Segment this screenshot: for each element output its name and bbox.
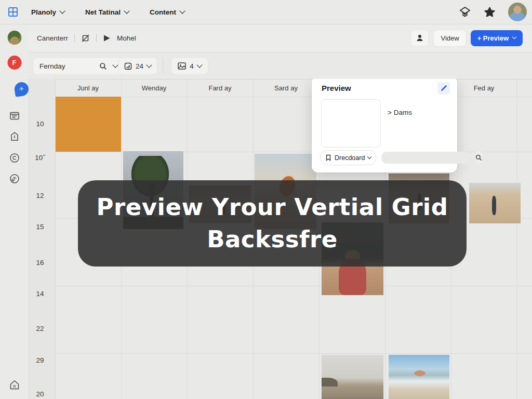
board-header-left: Canenterr Mohel <box>37 24 136 52</box>
videw-button[interactable]: Videw <box>433 30 466 47</box>
dropdown-label: Drecdoard <box>335 154 365 162</box>
gridline <box>29 353 532 354</box>
media-count-value: 4 <box>190 62 194 70</box>
svg-text:B: B <box>13 384 16 389</box>
collaborator-button[interactable] <box>410 30 429 47</box>
popup-search-button[interactable] <box>475 151 482 164</box>
left-sidebar: F ✈ B <box>0 24 29 399</box>
row-label: 15 <box>29 223 51 231</box>
chevron-down-icon <box>59 8 65 14</box>
search-icon <box>475 154 482 161</box>
menu-planoly-label: Planoly <box>31 8 56 16</box>
channel-name[interactable]: Mohel <box>117 34 136 42</box>
circle-d-icon[interactable] <box>9 174 20 184</box>
row-label: 22 <box>29 325 51 332</box>
figure <box>413 370 427 377</box>
chevron-down-icon <box>146 62 152 68</box>
preview-thumbnail-box[interactable] <box>321 99 381 148</box>
media-count-dropdown[interactable]: 4 <box>171 57 208 75</box>
menu-net-tatinal[interactable]: Net Tatinal <box>85 8 129 16</box>
preview-popup: Preview > Dams Drecdoard <box>312 76 457 172</box>
app-grid-icon[interactable] <box>8 7 18 17</box>
facebook-badge[interactable]: F <box>7 56 21 70</box>
pen-icon <box>440 85 447 92</box>
post-photo-valley[interactable] <box>322 355 383 399</box>
home-icon[interactable]: B <box>9 379 20 391</box>
figure <box>492 196 497 215</box>
menu-planoly[interactable]: Planoly <box>31 8 64 16</box>
chevron-down-icon <box>179 8 185 14</box>
preview-button-label: + Preview <box>477 34 509 42</box>
chevron-down-icon <box>124 8 129 14</box>
gridline <box>517 79 517 399</box>
popup-search-input[interactable] <box>381 152 470 164</box>
grid-count-dropdown[interactable]: 24 <box>118 57 157 75</box>
post-photo-desert-walk[interactable] <box>469 183 521 223</box>
chevron-down-icon <box>367 154 371 158</box>
account-avatar[interactable] <box>7 31 21 45</box>
image-icon <box>178 62 186 70</box>
board-name[interactable]: Canenterr <box>37 34 68 42</box>
calendar-toolbar: Fernday 24 4 <box>29 52 532 79</box>
popup-breadcrumb: > Dams <box>388 109 412 116</box>
row-label: 14 <box>29 290 51 298</box>
board-select-dropdown[interactable]: Drecdoard <box>320 150 376 165</box>
day-header-farday: Fard ay <box>187 79 253 97</box>
board-header-right: Videw + Preview <box>410 24 523 52</box>
day-header-wenday: Wenday <box>121 79 187 97</box>
day-header-sarday: Sard ay <box>253 79 319 97</box>
menu-content-label: Content <box>150 8 176 16</box>
select-tool-icon[interactable] <box>81 34 90 43</box>
top-menubar: Planoly Net Tatinal Content <box>0 0 532 24</box>
row-label: 10˝ <box>29 154 51 162</box>
archive-box-icon[interactable] <box>9 110 20 121</box>
menu-items: Planoly Net Tatinal Content <box>31 0 184 24</box>
chevron-down-icon <box>196 62 202 68</box>
search-icon <box>99 62 107 70</box>
chevron-down-icon <box>112 62 118 68</box>
chevron-down-icon <box>512 35 516 39</box>
topbar-right <box>459 0 527 24</box>
filter-dropdown[interactable]: Fernday <box>33 57 124 75</box>
post-photo-beach[interactable] <box>389 355 449 399</box>
overlay-title-line1: Preview Yrour Vertial Grid <box>96 192 448 223</box>
planoly-app: Planoly Net Tatinal Content Canenterr <box>0 0 532 399</box>
ridge <box>322 378 338 387</box>
edit-pen-button[interactable] <box>437 82 450 95</box>
popup-controls: Drecdoard <box>320 150 449 165</box>
person-icon <box>416 34 424 42</box>
layers-icon[interactable] <box>459 6 471 18</box>
row-label: 20 <box>29 390 51 398</box>
day-header-feday: Fed ay <box>451 79 517 97</box>
divider <box>74 34 75 42</box>
play-icon[interactable] <box>103 34 111 42</box>
menu-net-tatinal-label: Net Tatinal <box>85 8 121 16</box>
videw-label: Videw <box>441 34 459 42</box>
refresh-square-icon <box>124 62 132 70</box>
bookmark-icon <box>325 154 331 161</box>
user-avatar[interactable] <box>508 3 527 21</box>
badge-f-letter: F <box>12 59 16 66</box>
menu-content[interactable]: Content <box>150 8 184 16</box>
row-label: 29 <box>29 356 51 364</box>
gridline <box>29 286 532 286</box>
bird-badge[interactable]: ✈ <box>14 81 29 97</box>
divider <box>163 58 163 73</box>
row-label: 16 <box>29 259 51 267</box>
grid-count-value: 24 <box>136 62 143 70</box>
board-header: Canenterr Mohel Videw + Preview <box>29 24 532 52</box>
popup-title: Preview <box>322 84 351 92</box>
overlay-banner: Preview Yrour Vertial Grid Backssfre <box>78 180 467 267</box>
row-label: 10 <box>29 120 51 128</box>
star-icon[interactable] <box>484 6 496 18</box>
filter-label: Fernday <box>39 62 65 70</box>
circle-c-icon[interactable] <box>9 153 20 163</box>
row-label: 12 <box>29 192 51 200</box>
day-header-junlay: Junl ay <box>55 79 121 97</box>
post-orange-block[interactable] <box>56 97 121 152</box>
preview-button[interactable]: + Preview <box>471 30 523 46</box>
divider <box>96 34 97 42</box>
bag-info-icon[interactable] <box>9 131 20 142</box>
overlay-title-line2: Backssfre <box>207 224 338 255</box>
